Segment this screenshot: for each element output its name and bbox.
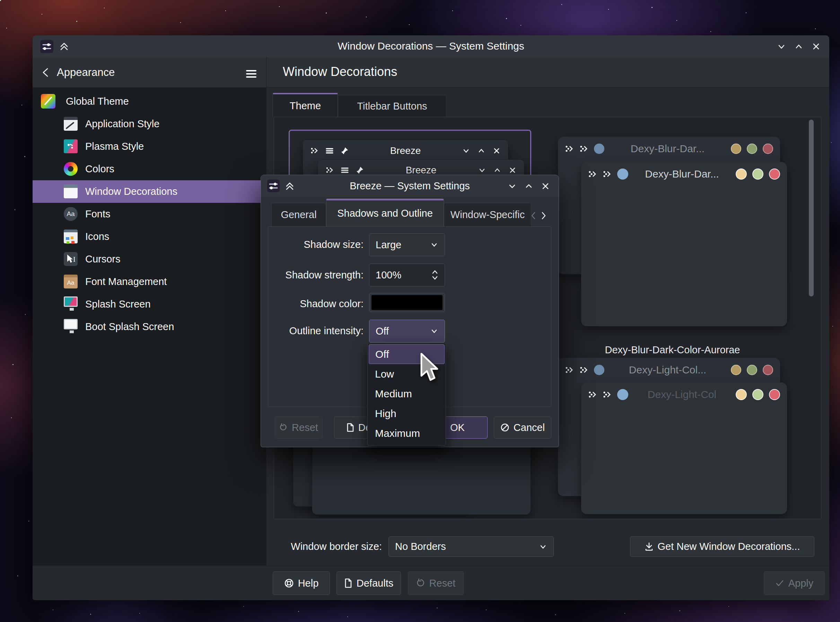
minimize-icon — [461, 146, 470, 156]
tab-scroll-right-icon[interactable] — [539, 209, 549, 222]
cursors-icon: I — [64, 252, 78, 266]
shadow-color-label: Shadow color: — [268, 298, 364, 309]
reset-label: Reset — [429, 578, 456, 589]
close-button-dot — [769, 389, 780, 400]
theme-item-caption[interactable]: Dexy-Blur-Dark-Color-Aurorae — [558, 344, 787, 356]
app-menu-icon — [588, 390, 597, 399]
apply-label: Apply — [788, 578, 814, 589]
sidebar-item-application-style[interactable]: Application Style — [33, 113, 266, 135]
tab-shadows-and-outline[interactable]: Shadows and Outline — [326, 199, 444, 226]
cancel-icon — [501, 423, 510, 432]
sidebar-item-boot-splash-screen[interactable]: Boot Splash Screen — [33, 316, 266, 338]
close-button-dot — [763, 365, 773, 375]
sidebar-item-cursors[interactable]: I Cursors — [33, 248, 266, 270]
apply-button[interactable]: Apply — [764, 572, 825, 595]
outline-intensity-value: Off — [376, 326, 389, 337]
maximize-button-dot — [747, 143, 757, 154]
dexy-light-preview-front[interactable]: Dexy-Light-Col — [581, 383, 787, 514]
sidebar-item-colors[interactable]: Colors — [33, 158, 266, 180]
border-size-label: Window border size: — [70, 541, 382, 552]
shadow-color-button[interactable] — [369, 293, 445, 312]
app-menu-icon — [565, 366, 574, 375]
global-theme-icon — [41, 94, 55, 108]
sidebar-item-plasma-style[interactable]: Plasma Style — [33, 135, 266, 158]
sidebar-menu-icon[interactable] — [245, 67, 258, 81]
popup-option-high[interactable]: High — [369, 404, 444, 423]
spin-arrows[interactable] — [431, 270, 438, 280]
back-label: Appearance — [57, 66, 115, 79]
help-button[interactable]: Help — [273, 572, 330, 595]
plasma-style-icon — [64, 139, 78, 153]
popup-option-label: Low — [375, 368, 394, 380]
sidebar-item-global-theme[interactable]: Global Theme — [33, 90, 266, 113]
sidebar-item-label: Global Theme — [66, 96, 129, 107]
on-all-desktops-button — [617, 389, 628, 400]
dialog-reset-button[interactable]: Reset — [275, 416, 323, 439]
popup-option-medium[interactable]: Medium — [369, 384, 444, 404]
tab-titlebar-buttons-label: Titlebar Buttons — [357, 101, 427, 112]
sidebar-item-label: Colors — [85, 163, 114, 175]
close-button-dot — [763, 143, 773, 154]
close-button[interactable] — [539, 180, 552, 193]
minimize-button[interactable] — [775, 40, 788, 53]
sidebar-item-font-management[interactable]: Aa Font Management — [33, 270, 266, 293]
sidebar: Global Theme Application Style Plasma St… — [33, 88, 266, 566]
sidebar-item-splash-screen[interactable]: Splash Screen — [33, 293, 266, 316]
main-titlebar[interactable]: Window Decorations — System Settings — [33, 35, 829, 57]
dialog-cancel-button[interactable]: Cancel — [494, 416, 551, 439]
border-size-combobox[interactable]: No Borders — [388, 537, 554, 557]
maximize-button[interactable] — [792, 40, 805, 53]
sidebar-item-window-decorations[interactable]: Window Decorations — [33, 180, 266, 203]
tab-general-label: General — [281, 209, 317, 221]
download-icon — [645, 542, 654, 552]
defaults-button[interactable]: Defaults — [336, 572, 401, 595]
help-label: Help — [298, 578, 319, 589]
get-new-decorations-button[interactable]: Get New Window Decorations... — [630, 537, 814, 557]
maximize-button[interactable] — [522, 180, 536, 193]
dialog-titlebar[interactable]: Breeze — System Settings — [261, 175, 558, 197]
popup-option-maximum[interactable]: Maximum — [369, 423, 444, 443]
sidebar-item-label: Icons — [85, 231, 109, 242]
tab-titlebar-buttons[interactable]: Titlebar Buttons — [338, 95, 446, 117]
close-button[interactable] — [810, 40, 823, 53]
get-new-decorations-label: Get New Window Decorations... — [658, 541, 800, 552]
on-all-desktops-button — [594, 143, 604, 154]
tab-theme-label: Theme — [290, 100, 321, 112]
document-icon — [344, 578, 352, 588]
reset-button[interactable]: Reset — [408, 572, 464, 595]
maximize-button-dot — [752, 389, 764, 400]
tab-window-specific-label: Window-Specific — [450, 209, 525, 221]
tab-theme[interactable]: Theme — [273, 93, 338, 117]
outline-intensity-combobox[interactable]: Off — [369, 320, 445, 343]
minimize-button-dot — [736, 169, 747, 180]
border-size-value: No Borders — [395, 541, 446, 552]
pin-icon — [340, 146, 349, 156]
shadow-strength-spinbox[interactable]: 100% — [369, 264, 445, 287]
tab-shadows-label: Shadows and Outline — [337, 208, 433, 219]
tab-window-specific[interactable]: Window-Specific — [444, 203, 531, 226]
sidebar-item-fonts[interactable]: Aa Fonts — [33, 203, 266, 226]
sidebar-item-icons[interactable]: Icons — [33, 226, 266, 248]
grid-scrollbar[interactable] — [809, 120, 814, 296]
spin-up-icon[interactable] — [431, 270, 438, 274]
app-menu-icon — [603, 169, 612, 178]
maximize-icon — [493, 166, 502, 175]
close-button-dot — [769, 169, 780, 180]
tab-scroll-left-icon[interactable] — [528, 209, 538, 222]
tab-general[interactable]: General — [271, 203, 326, 226]
shadow-size-combobox[interactable]: Large — [369, 233, 445, 256]
on-all-desktops-button — [617, 169, 628, 180]
back-button[interactable]: Appearance — [41, 61, 115, 84]
minimize-button[interactable] — [505, 180, 519, 193]
outline-intensity-label: Outline intensity: — [261, 325, 364, 337]
dexy-blur-preview-front[interactable]: Dexy-Blur-Dar... — [581, 162, 787, 326]
undo-icon — [416, 579, 425, 588]
menu-icon — [340, 166, 349, 175]
preview-title: Breeze — [371, 165, 471, 176]
spin-down-icon[interactable] — [431, 276, 438, 280]
theme-preview-partial-front — [312, 439, 531, 515]
document-icon — [347, 423, 354, 432]
preview-title: Dexy-Light-Col... — [610, 364, 725, 376]
popup-option-label: Medium — [375, 388, 412, 400]
shadow-color-swatch — [371, 295, 443, 310]
